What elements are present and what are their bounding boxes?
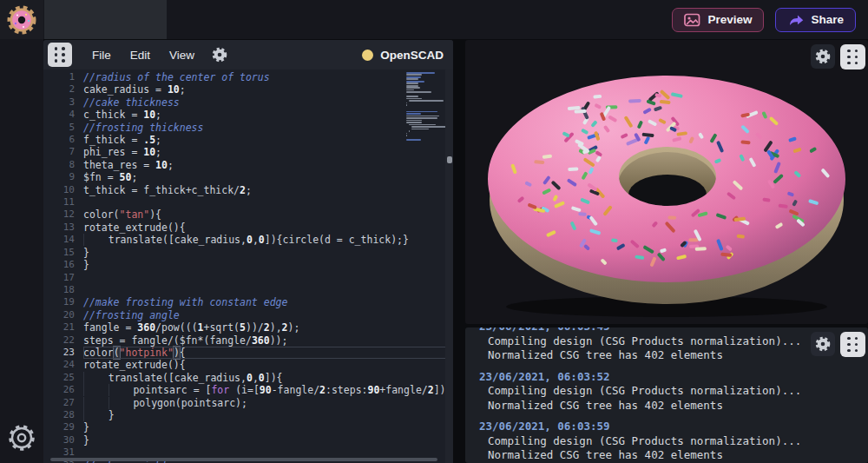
- menu-edit[interactable]: Edit: [121, 49, 160, 62]
- minimap-row: [406, 133, 407, 135]
- donut-render[interactable]: [483, 71, 851, 320]
- console-gear-icon[interactable]: [811, 332, 835, 356]
- minimap-row: [406, 117, 437, 119]
- code-line[interactable]: 25 translate([cake_radius,0,0]){: [43, 372, 453, 384]
- menu-file[interactable]: File: [82, 49, 121, 62]
- code-editor[interactable]: 1//radius of the center of torus2cake_ra…: [43, 69, 453, 463]
- minimap-row: [406, 74, 422, 76]
- code-line[interactable]: 10t_thick = f_thick+c_thick/2;: [43, 184, 453, 196]
- minimap-row: [406, 116, 439, 117]
- code-line[interactable]: 17: [43, 272, 453, 284]
- minimap-row: [406, 137, 443, 139]
- preview-button[interactable]: Preview: [672, 8, 764, 32]
- console-message: Compiling design (CSG Products normaliza…: [465, 384, 868, 399]
- console-controls: [811, 332, 865, 357]
- console-panel[interactable]: 23/06/2021, 06:03:45Compiling design (CS…: [465, 327, 868, 463]
- editor-drag-handle-icon[interactable]: [48, 43, 72, 67]
- code-line[interactable]: 7phi_res = 10;: [43, 146, 453, 158]
- image-icon: [684, 13, 700, 27]
- editor-panel: File Edit View OpenSCAD 1//radius of the…: [43, 40, 453, 463]
- code-line[interactable]: 29}: [43, 421, 453, 433]
- code-line[interactable]: 24rotate_extrude(){: [43, 359, 453, 371]
- app-logo[interactable]: [0, 0, 43, 39]
- viewer-drag-handle-icon[interactable]: [840, 44, 865, 69]
- code-line[interactable]: 11: [43, 196, 453, 208]
- engine-status-dot: [362, 50, 373, 61]
- console-entry: 23/06/2021, 06:03:59Compiling design (CS…: [465, 420, 868, 463]
- vertical-scrollbar-thumb[interactable]: [447, 156, 452, 163]
- code-line[interactable]: 28 }: [43, 409, 453, 421]
- code-line[interactable]: 22steps = fangle/($fn*(fangle/360));: [43, 334, 453, 347]
- minimap-row: [406, 111, 437, 113]
- code-line[interactable]: 12color("tan"){: [43, 208, 453, 221]
- file-tab[interactable]: [44, 0, 167, 39]
- minimap-row: [406, 94, 443, 96]
- minimap-row: [406, 113, 421, 115]
- code-line[interactable]: 14 translate([cake_radius,0,0]){circle(d…: [43, 234, 453, 246]
- code-lines[interactable]: 1//radius of the center of torus2cake_ra…: [43, 71, 453, 463]
- code-line[interactable]: 8theta_res = 10;: [43, 159, 453, 171]
- console-message: Compiling design (CSG Products normaliza…: [465, 434, 868, 449]
- code-line[interactable]: 2cake_radius = 10;: [43, 83, 453, 96]
- minimap-row: [406, 98, 422, 100]
- left-sidebar: [0, 39, 43, 463]
- code-line[interactable]: 23color("hotpink"){: [43, 347, 453, 359]
- console-message: Normalized CSG tree has 402 elements: [465, 448, 868, 463]
- console-message: Compiling design (CSG Products normaliza…: [465, 334, 868, 349]
- code-line[interactable]: 5//frosting thickness: [43, 122, 453, 134]
- app-window: Preview Share File Edit View: [0, 0, 868, 463]
- minimap-row: [409, 100, 444, 102]
- code-line[interactable]: 18: [43, 284, 453, 296]
- settings-gear-icon[interactable]: [5, 421, 38, 458]
- minimap-row: [406, 76, 421, 78]
- minimap[interactable]: [406, 72, 443, 142]
- console-log: 23/06/2021, 06:03:45Compiling design (CS…: [465, 327, 868, 463]
- minimap-row: [406, 122, 422, 123]
- code-line[interactable]: 21fangle = 360/pow(((1+sqrt(5))/2),2);: [43, 321, 453, 334]
- code-line[interactable]: 4c_thick = 10;: [43, 109, 453, 121]
- code-line[interactable]: 3//cake thickness: [43, 96, 453, 109]
- code-line[interactable]: 15}: [43, 247, 453, 259]
- minimap-row: [406, 104, 407, 106]
- code-line[interactable]: 16}: [43, 259, 453, 271]
- console-timestamp: 23/06/2021, 06:03:59: [465, 420, 868, 434]
- minimap-row: [406, 107, 443, 109]
- code-line[interactable]: 6f_thick = .5;: [43, 134, 453, 146]
- minimap-row: [406, 83, 418, 84]
- console-message: Normalized CSG tree has 402 elements: [465, 348, 868, 363]
- code-line[interactable]: 20//frosting angle: [43, 309, 453, 321]
- console-entry: 23/06/2021, 06:03:45Compiling design (CS…: [465, 327, 868, 363]
- minimap-row: [411, 126, 446, 128]
- code-line[interactable]: 26 pointsarc = [for (i=[90-fangle/2:step…: [43, 384, 453, 396]
- code-line[interactable]: 9$fn = 50;: [43, 171, 453, 183]
- editor-menubar: File Edit View OpenSCAD: [43, 40, 453, 69]
- viewer-gear-icon[interactable]: [811, 44, 835, 69]
- share-label: Share: [811, 13, 844, 26]
- code-line[interactable]: 13rotate_extrude(){: [43, 222, 453, 234]
- minimap-row: [406, 120, 422, 122]
- console-timestamp: 23/06/2021, 06:03:52: [465, 370, 868, 385]
- editor-gear-icon[interactable]: [211, 46, 228, 63]
- curved-arrow-icon: [787, 13, 804, 27]
- minimap-row: [406, 81, 424, 83]
- engine-label: OpenSCAD: [380, 49, 444, 62]
- minimap-row: [406, 78, 418, 80]
- minimap-row: [409, 130, 410, 132]
- preview-label: Preview: [707, 13, 752, 26]
- minimap-row: [406, 109, 443, 110]
- console-drag-handle-icon[interactable]: [840, 332, 865, 357]
- code-line[interactable]: 30}: [43, 434, 453, 446]
- code-line[interactable]: 1//radius of the center of torus: [43, 71, 453, 83]
- viewer-controls: [811, 44, 865, 69]
- horizontal-scrollbar[interactable]: [50, 458, 437, 461]
- vertical-scrollbar[interactable]: [445, 69, 453, 463]
- share-button[interactable]: Share: [775, 8, 856, 32]
- code-line[interactable]: 27 polygon(pointsarc);: [43, 397, 453, 409]
- minimap-row: [406, 87, 420, 89]
- minimap-row: [409, 124, 435, 126]
- minimap-row: [406, 135, 407, 136]
- menu-view[interactable]: View: [160, 49, 204, 62]
- minimap-row: [406, 139, 421, 141]
- viewer-panel[interactable]: [465, 40, 868, 324]
- code-line[interactable]: 19//make frosting with constant edge: [43, 296, 453, 308]
